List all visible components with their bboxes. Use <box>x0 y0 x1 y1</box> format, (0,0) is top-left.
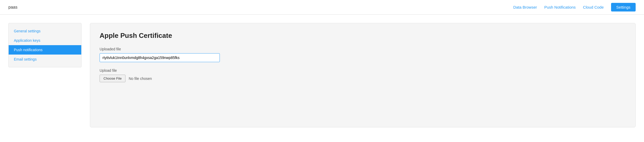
upload-file-group: Upload file Choose File No file chosen <box>100 68 626 82</box>
uploaded-file-input[interactable] <box>100 53 220 62</box>
content-area: Apple Push Certificate Uploaded file Upl… <box>90 23 636 142</box>
no-file-text: No file chosen <box>129 76 152 81</box>
topbar: paas Data Browser Push Notifications Clo… <box>0 0 644 15</box>
sidebar-item-general-settings[interactable]: General settings <box>9 26 81 36</box>
main-layout: General settings Application keys Push n… <box>0 15 644 142</box>
content-card: Apple Push Certificate Uploaded file Upl… <box>90 23 636 127</box>
sidebar-item-push-notifications[interactable]: Push notifications <box>9 45 81 55</box>
top-nav: Data Browser Push Notifications Cloud Co… <box>513 3 636 11</box>
sidebar-item-application-keys[interactable]: Application keys <box>9 36 81 45</box>
card-title: Apple Push Certificate <box>100 32 626 40</box>
choose-file-button[interactable]: Choose File <box>100 75 125 82</box>
uploaded-file-label: Uploaded file <box>100 47 626 51</box>
settings-button[interactable]: Settings <box>611 3 636 11</box>
sidebar-item-email-settings[interactable]: Email settings <box>9 55 81 64</box>
sidebar-card: General settings Application keys Push n… <box>8 23 82 67</box>
uploaded-file-group: Uploaded file <box>100 47 626 62</box>
nav-data-browser[interactable]: Data Browser <box>513 5 537 9</box>
upload-file-label: Upload file <box>100 68 626 73</box>
upload-row: Choose File No file chosen <box>100 75 626 82</box>
nav-cloud-code[interactable]: Cloud Code <box>583 5 604 9</box>
brand-logo: paas <box>8 5 18 10</box>
nav-push-notifications[interactable]: Push Notifications <box>544 5 576 9</box>
sidebar: General settings Application keys Push n… <box>8 23 82 142</box>
